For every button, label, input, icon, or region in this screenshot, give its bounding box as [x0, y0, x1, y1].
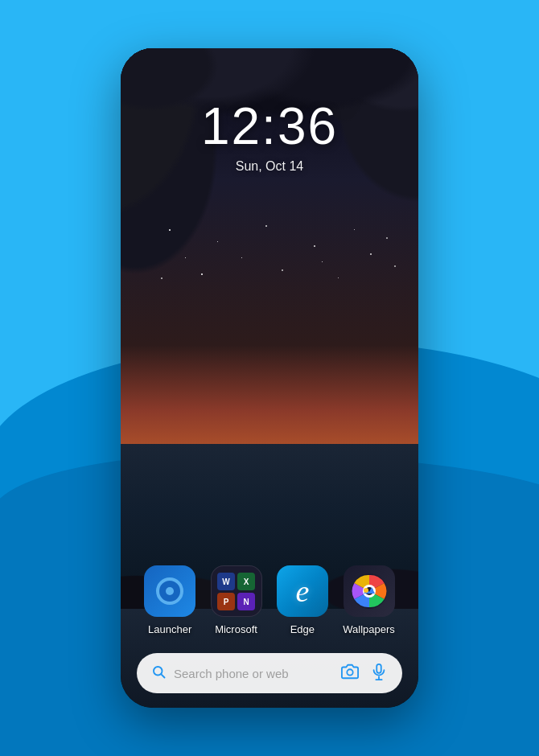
search-icon — [151, 664, 166, 683]
svg-point-6 — [347, 669, 352, 675]
star — [217, 241, 218, 242]
ms-excel-icon: X — [237, 573, 255, 590]
stars-layer — [121, 213, 418, 444]
app-wallpapers[interactable]: Wallpapers — [343, 565, 395, 635]
star — [185, 257, 186, 258]
ms-word-icon: W — [217, 573, 235, 590]
edge-letter: e — [295, 576, 309, 606]
star — [322, 261, 323, 262]
search-placeholder: Search phone or web — [174, 667, 333, 680]
star — [314, 245, 315, 247]
edge-label: Edge — [290, 623, 315, 635]
star — [282, 269, 283, 271]
star — [265, 225, 267, 227]
star — [394, 265, 396, 267]
search-inner[interactable]: Search phone or web — [137, 653, 402, 693]
svg-line-5 — [161, 674, 164, 677]
search-bar[interactable]: Search phone or web — [137, 653, 402, 693]
ms-onenote-icon: N — [237, 593, 255, 610]
app-dock: Launcher W X P N Microsoft e Edge — [121, 565, 418, 635]
star — [370, 253, 372, 255]
clock-time: 12:36 — [121, 97, 418, 156]
svg-point-3 — [364, 588, 368, 593]
horizon-glow — [121, 431, 418, 563]
microsoft-icon: W X P N — [211, 565, 262, 617]
wallpapers-pinwheel-svg — [349, 571, 389, 611]
clock-date: Sun, Oct 14 — [121, 159, 418, 174]
star — [338, 277, 339, 278]
launcher-icon — [144, 565, 195, 617]
voice-search-icon[interactable] — [370, 663, 388, 684]
app-launcher[interactable]: Launcher — [144, 565, 195, 635]
wallpapers-icon — [344, 565, 395, 617]
phone-screen: 12:36 Sun, Oct 14 Launcher W X P N Mic — [121, 48, 418, 708]
star — [169, 229, 171, 231]
star — [161, 277, 163, 279]
launcher-label: Launcher — [148, 623, 191, 635]
ms-powerpoint-icon: P — [217, 593, 235, 610]
microsoft-label: Microsoft — [215, 623, 257, 635]
clock-area: 12:36 Sun, Oct 14 — [121, 97, 418, 174]
star — [386, 237, 388, 239]
phone-frame: 12:36 Sun, Oct 14 Launcher W X P N Mic — [121, 48, 418, 708]
wallpapers-label: Wallpapers — [343, 623, 395, 635]
launcher-inner-ring — [156, 577, 183, 605]
star — [354, 229, 355, 230]
camera-icon[interactable] — [341, 663, 359, 684]
app-microsoft[interactable]: W X P N Microsoft — [211, 565, 262, 635]
search-actions — [341, 663, 388, 684]
edge-icon: e — [277, 565, 328, 617]
star — [201, 273, 203, 275]
app-edge[interactable]: e Edge — [277, 565, 328, 635]
svg-rect-7 — [376, 664, 381, 672]
star — [241, 257, 242, 258]
